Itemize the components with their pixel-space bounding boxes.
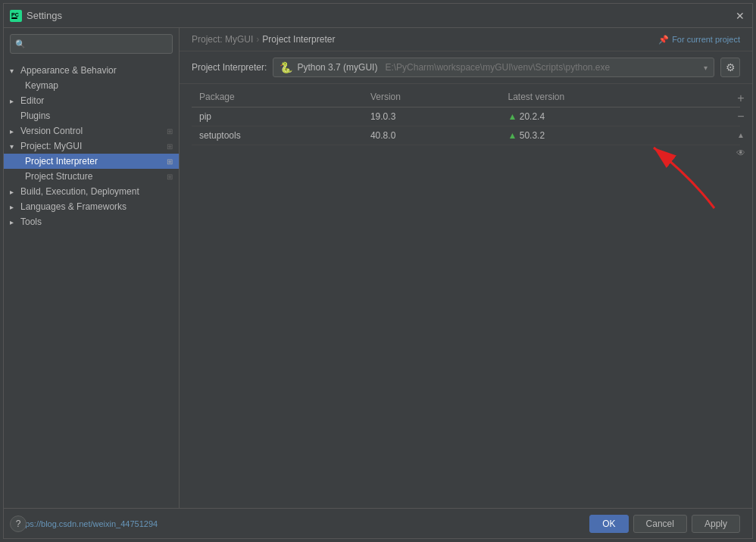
structure-icon: ⊞ — [167, 173, 173, 181]
package-latest: ▲ 20.2.4 — [501, 107, 718, 126]
table-action-buttons: + − ▲ 👁 — [729, 87, 752, 164]
package-version: 19.0.3 — [363, 107, 501, 126]
ok-button[interactable]: OK — [589, 515, 628, 533]
expand-arrow: ▾ — [10, 67, 17, 75]
interpreter-value: Python 3.7 (myGUI) E:\PyCharm\workspace\… — [297, 62, 699, 73]
search-input[interactable] — [29, 39, 167, 49]
sidebar-item-label: Project: MyGUI — [20, 141, 82, 151]
sidebar-item-project-mygui[interactable]: ▾ Project: MyGUI ⊞ — [4, 139, 179, 154]
interpreter-icon: ⊞ — [167, 157, 173, 166]
sidebar-item-label: Build, Execution, Deployment — [20, 186, 139, 197]
table-header-row: Package Version Latest version — [192, 87, 740, 107]
nav-tree: ▾ Appearance & Behavior Keymap ▸ Editor … — [4, 60, 179, 232]
sidebar-item-build-execution[interactable]: ▸ Build, Execution, Deployment — [4, 184, 179, 199]
packages-table-area: Package Version Latest version pip 19.0.… — [192, 87, 740, 508]
help-button[interactable]: ? — [10, 516, 27, 532]
svg-text:PC: PC — [11, 12, 19, 17]
project-icon: ⊞ — [167, 142, 173, 151]
sidebar-item-label: Version Control — [20, 126, 83, 136]
main-content: 🔍 ▾ Appearance & Behavior Keymap ▸ Edito… — [4, 28, 752, 508]
breadcrumb: Project: MyGUI › Project Interpreter 📌 F… — [180, 28, 752, 51]
expand-arrow: ▸ — [10, 203, 17, 211]
scroll-up-button[interactable]: ▲ — [733, 126, 749, 143]
sidebar-item-label: Appearance & Behavior — [20, 65, 117, 76]
latest-version-value: 20.2.4 — [520, 111, 545, 122]
sidebar-item-label: Project Structure — [25, 171, 92, 182]
sidebar-item-appearance-behavior[interactable]: ▾ Appearance & Behavior — [4, 63, 179, 78]
expand-arrow: ▸ — [10, 188, 17, 196]
svg-rect-1 — [11, 17, 17, 19]
cancel-button[interactable]: Cancel — [633, 515, 687, 533]
table-row: setuptools 40.8.0 ▲ 50.3.2 — [192, 126, 740, 145]
bottom-bar: https://blog.csdn.net/weixin_44751294 OK… — [4, 508, 752, 538]
gear-button[interactable]: ⚙ — [720, 58, 740, 77]
interpreter-label: Project Interpreter: — [192, 62, 267, 73]
sidebar-item-languages-frameworks[interactable]: ▸ Languages & Frameworks — [4, 199, 179, 214]
breadcrumb-separator: › — [256, 34, 259, 45]
sidebar-item-project-interpreter[interactable]: Project Interpreter ⊞ — [4, 154, 179, 169]
add-package-button[interactable]: + — [733, 90, 749, 107]
expand-arrow: ▸ — [10, 218, 17, 226]
expand-arrow: ▸ — [10, 127, 17, 136]
sidebar-item-label: Editor — [20, 95, 44, 106]
sidebar-item-version-control[interactable]: ▸ Version Control ⊞ — [4, 123, 179, 139]
breadcrumb-current: Project Interpreter — [262, 34, 335, 45]
package-version: 40.8.0 — [363, 126, 501, 145]
show-early-releases-button[interactable]: 👁 — [733, 145, 749, 161]
col-package: Package — [192, 87, 363, 107]
sidebar-item-label: Project Interpreter — [25, 156, 98, 167]
pin-icon: 📌 — [658, 35, 669, 45]
sidebar-item-label: Plugins — [20, 111, 50, 121]
col-latest: Latest version — [501, 87, 718, 107]
sidebar-item-tools[interactable]: ▸ Tools — [4, 214, 179, 229]
upgrade-arrow-icon: ▲ — [508, 111, 517, 122]
right-panel: Project: MyGUI › Project Interpreter 📌 F… — [180, 28, 752, 508]
interpreter-select[interactable]: 🐍 Python 3.7 (myGUI) E:\PyCharm\workspac… — [273, 58, 714, 77]
interpreter-row: Project Interpreter: 🐍 Python 3.7 (myGUI… — [180, 51, 752, 84]
sidebar-item-label: Keymap — [25, 80, 58, 91]
sidebar-item-label: Languages & Frameworks — [20, 201, 127, 212]
package-name: setuptools — [192, 126, 363, 145]
sidebar-item-plugins[interactable]: Plugins — [4, 108, 179, 123]
apply-button[interactable]: Apply — [692, 515, 740, 533]
table-row: pip 19.0.3 ▲ 20.2.4 — [192, 107, 740, 126]
sidebar-item-editor[interactable]: ▸ Editor — [4, 93, 179, 108]
expand-arrow: ▾ — [10, 142, 17, 151]
package-name: pip — [192, 107, 363, 126]
status-url: https://blog.csdn.net/weixin_44751294 — [16, 519, 158, 528]
search-icon: 🔍 — [15, 39, 26, 49]
for-project-label: For current project — [672, 35, 740, 44]
close-button[interactable]: ✕ — [734, 10, 746, 22]
python-icon: 🐍 — [280, 61, 292, 73]
package-latest: ▲ 50.3.2 — [501, 126, 718, 145]
latest-version-value: 50.3.2 — [520, 130, 545, 141]
title-bar: PC Settings ✕ — [4, 4, 752, 28]
remove-package-button[interactable]: − — [733, 108, 749, 125]
settings-dialog: PC Settings ✕ 🔍 ▾ Appearance & Behavior — [3, 3, 753, 539]
sidebar-item-keymap[interactable]: Keymap — [4, 78, 179, 93]
title-bar-left: PC Settings — [10, 10, 62, 22]
breadcrumb-parent: Project: MyGUI — [192, 34, 253, 45]
upgrade-arrow-icon: ▲ — [508, 130, 517, 141]
packages-table: Package Version Latest version pip 19.0.… — [192, 87, 740, 145]
col-version: Version — [363, 87, 501, 107]
search-box[interactable]: 🔍 — [10, 34, 173, 54]
table-container: Package Version Latest version pip 19.0.… — [180, 87, 752, 508]
for-current-project-link[interactable]: 📌 For current project — [658, 35, 740, 45]
pycharm-icon: PC — [10, 10, 22, 22]
vcs-icon: ⊞ — [167, 127, 173, 136]
sidebar: 🔍 ▾ Appearance & Behavior Keymap ▸ Edito… — [4, 28, 180, 508]
expand-arrow: ▸ — [10, 97, 17, 105]
dropdown-arrow-icon: ▾ — [704, 64, 708, 72]
sidebar-item-label: Tools — [20, 216, 42, 227]
sidebar-item-project-structure[interactable]: Project Structure ⊞ — [4, 169, 179, 184]
dialog-title: Settings — [27, 10, 62, 21]
